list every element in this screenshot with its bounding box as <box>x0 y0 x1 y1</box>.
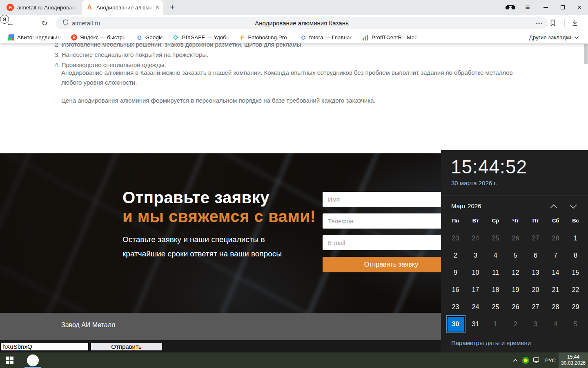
calendar-day[interactable]: 28 <box>548 231 564 246</box>
calendar-day[interactable]: 2 <box>448 248 464 263</box>
language-indicator[interactable]: РУС <box>542 357 559 364</box>
bookmark-item[interactable]: FFotohosting.Pro - <box>239 34 291 40</box>
email-input[interactable] <box>323 235 460 250</box>
bookmarks-list: Авито: недвижимЯЯндекс — быстрыGGooglePI… <box>8 34 428 40</box>
incognito-glasses-icon[interactable] <box>501 0 519 15</box>
calendar-day[interactable]: 26 <box>508 231 524 246</box>
day-of-week-label: Вс <box>566 218 586 224</box>
calendar-day[interactable]: 29 <box>568 300 584 314</box>
bookmark-item[interactable]: GGoogle <box>136 34 163 40</box>
hero-title: Отправьте заявку и мы свяжемся с вами! <box>122 188 316 226</box>
calendar-day[interactable]: 3 <box>468 248 484 263</box>
taskbar-yandex-browser[interactable]: Y <box>23 352 42 368</box>
calendar-day[interactable]: 4 <box>488 248 504 263</box>
date-time-settings-link[interactable]: Параметры даты и времени <box>451 339 531 346</box>
calendar-day[interactable]: 22 <box>568 283 584 297</box>
window-close-button[interactable]: × <box>571 0 588 15</box>
phone-input[interactable] <box>323 213 460 229</box>
submit-request-button[interactable]: Отправить заявку <box>323 257 460 272</box>
profitcentr-icon <box>363 34 369 40</box>
back-icon[interactable]: ← <box>3 15 17 31</box>
calendar-day[interactable]: 10 <box>468 265 484 280</box>
calendar-day[interactable]: 9 <box>448 265 464 280</box>
start-button[interactable] <box>0 352 20 368</box>
more-icon[interactable]: ••• <box>536 21 543 26</box>
flyout-date-link[interactable]: 30 марта 2026 г. <box>451 180 497 186</box>
calendar-next-icon[interactable] <box>568 203 578 210</box>
calendar-day[interactable]: 24 <box>468 231 484 246</box>
antivirus-tray-icon[interactable] <box>520 357 531 364</box>
bookmark-flag-icon[interactable] <box>549 19 557 29</box>
calendar-day[interactable]: 23 <box>448 300 464 314</box>
calendar-day[interactable]: 6 <box>528 248 544 263</box>
new-tab-button[interactable]: + <box>167 2 178 13</box>
calendar-day[interactable]: 24 <box>468 300 484 314</box>
system-tray: РУС 15:44 30.03.2026 <box>510 352 588 368</box>
tab-search-results[interactable]: Я aimetall.ru Анодирование <box>2 0 81 15</box>
calendar-day-selected[interactable]: 30 <box>448 317 464 332</box>
calendar-day[interactable]: 21 <box>548 283 564 297</box>
calendar-day[interactable]: 1 <box>568 231 584 246</box>
calendar-day[interactable]: 16 <box>448 283 464 297</box>
fotohosting-icon: F <box>239 34 245 40</box>
other-bookmarks-button[interactable]: Другие закладки <box>529 34 579 40</box>
page-scrollbar[interactable] <box>584 44 588 64</box>
tab-aimetall-active[interactable]: Λ Анодирование алюми × <box>82 0 163 15</box>
reload-icon[interactable]: ↻ <box>38 15 51 31</box>
fotora-icon <box>300 34 306 40</box>
tab-close-icon[interactable]: × <box>156 4 159 11</box>
calendar-day[interactable]: 5 <box>508 248 524 263</box>
yandex-favicon: Я <box>7 4 14 11</box>
bookmark-item[interactable]: ЯЯндекс — быстры <box>71 34 127 40</box>
security-shield-icon <box>62 19 69 28</box>
calendar-day[interactable]: 1 <box>488 317 504 332</box>
calendar-day[interactable]: 14 <box>548 265 564 280</box>
download-icon[interactable] <box>571 19 579 29</box>
calendar-day[interactable]: 27 <box>528 300 544 314</box>
calendar-day[interactable]: 12 <box>508 265 524 280</box>
address-bar[interactable]: aimetall.ru Анодирование алюминия Казань… <box>56 17 548 29</box>
calendar-day[interactable]: 15 <box>568 265 584 280</box>
bookmark-item[interactable]: PIXSAFE — Удобн <box>173 34 229 40</box>
calendar-day[interactable]: 23 <box>448 231 464 246</box>
calendar-day[interactable]: 18 <box>488 283 504 297</box>
pixsafe-icon <box>173 34 179 40</box>
calendar-day[interactable]: 25 <box>488 231 504 246</box>
calendar-day[interactable]: 7 <box>548 248 564 263</box>
calendar-day[interactable]: 19 <box>508 283 524 297</box>
bookmark-label: Авито: недвижим <box>17 34 61 40</box>
calendar-day[interactable]: 8 <box>568 248 584 263</box>
taskbar: Y РУС 15:44 30.03.2026 <box>0 352 588 368</box>
network-icon[interactable] <box>531 357 542 364</box>
calendar-day[interactable]: 20 <box>528 283 544 297</box>
calendar-day[interactable]: 31 <box>468 317 484 332</box>
calendar-day[interactable]: 28 <box>548 300 564 314</box>
tab-title: Анодирование алюми <box>96 4 154 11</box>
calendar-day[interactable]: 4 <box>548 317 564 332</box>
tray-chevron-up-icon[interactable] <box>510 359 520 362</box>
minimize-button[interactable] <box>537 0 554 15</box>
calendar-day[interactable]: 3 <box>528 317 544 332</box>
calendar-prev-icon[interactable] <box>549 203 559 210</box>
calendar-day[interactable]: 17 <box>468 283 484 297</box>
calendar-day[interactable]: 25 <box>488 300 504 314</box>
taskbar-clock[interactable]: 15:44 30.03.2026 <box>559 352 588 368</box>
calendar-day[interactable]: 26 <box>508 300 524 314</box>
bookmark-item[interactable]: ProfiTCentR - Мой <box>363 34 418 40</box>
calendar-day[interactable]: 27 <box>528 231 544 246</box>
captcha-input[interactable] <box>0 342 89 351</box>
calendar-day[interactable]: 5 <box>568 317 584 332</box>
restore-button[interactable] <box>555 0 571 15</box>
page-list: 2. Изготовление мебельных решений, знако… <box>55 39 303 70</box>
bookmark-item[interactable]: fotora — Главная <box>300 34 353 40</box>
calendar-month-label: Март 2026 <box>451 202 481 209</box>
browser-menu-icon[interactable]: ≡ <box>519 0 536 15</box>
calendar-day[interactable]: 13 <box>528 265 544 280</box>
captcha-send-button[interactable]: Отправить <box>90 342 163 351</box>
bookmark-label: Fotohosting.Pro - <box>248 34 291 40</box>
calendar-day[interactable]: 2 <box>508 317 524 332</box>
bookmark-label: ProfiTCentR - Мой <box>372 34 418 40</box>
name-input[interactable] <box>323 192 460 207</box>
calendar-day[interactable]: 11 <box>488 265 504 280</box>
bookmark-item[interactable]: Авито: недвижим <box>8 34 61 40</box>
